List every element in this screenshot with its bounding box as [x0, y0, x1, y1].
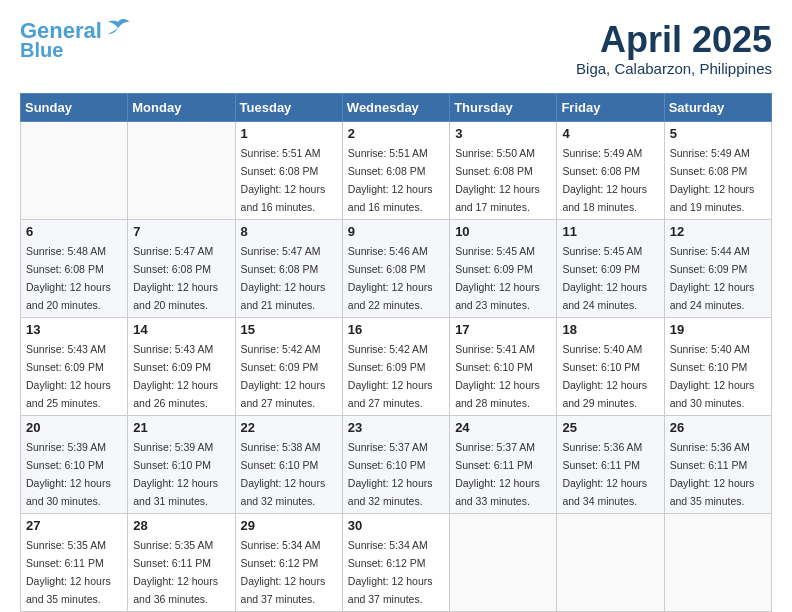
calendar-cell: 1 Sunrise: 5:51 AMSunset: 6:08 PMDayligh… — [235, 121, 342, 219]
calendar-week-row: 13 Sunrise: 5:43 AMSunset: 6:09 PMDaylig… — [21, 317, 772, 415]
calendar-cell — [450, 513, 557, 611]
logo: General Blue — [20, 20, 132, 60]
day-number: 12 — [670, 224, 766, 239]
day-number: 17 — [455, 322, 551, 337]
weekday-header-thursday: Thursday — [450, 93, 557, 121]
calendar-cell: 4 Sunrise: 5:49 AMSunset: 6:08 PMDayligh… — [557, 121, 664, 219]
day-number: 24 — [455, 420, 551, 435]
day-number: 23 — [348, 420, 444, 435]
calendar-cell — [664, 513, 771, 611]
day-detail: Sunrise: 5:49 AMSunset: 6:08 PMDaylight:… — [670, 147, 755, 213]
day-number: 15 — [241, 322, 337, 337]
day-number: 29 — [241, 518, 337, 533]
calendar-header-row: SundayMondayTuesdayWednesdayThursdayFrid… — [21, 93, 772, 121]
calendar-cell: 30 Sunrise: 5:34 AMSunset: 6:12 PMDaylig… — [342, 513, 449, 611]
calendar-cell: 16 Sunrise: 5:42 AMSunset: 6:09 PMDaylig… — [342, 317, 449, 415]
day-detail: Sunrise: 5:35 AMSunset: 6:11 PMDaylight:… — [26, 539, 111, 605]
day-number: 21 — [133, 420, 229, 435]
calendar-cell: 27 Sunrise: 5:35 AMSunset: 6:11 PMDaylig… — [21, 513, 128, 611]
day-number: 4 — [562, 126, 658, 141]
calendar-cell: 5 Sunrise: 5:49 AMSunset: 6:08 PMDayligh… — [664, 121, 771, 219]
day-detail: Sunrise: 5:39 AMSunset: 6:10 PMDaylight:… — [26, 441, 111, 507]
logo-bird-icon — [104, 18, 132, 40]
day-number: 30 — [348, 518, 444, 533]
weekday-header-tuesday: Tuesday — [235, 93, 342, 121]
day-number: 9 — [348, 224, 444, 239]
day-number: 7 — [133, 224, 229, 239]
calendar-cell: 22 Sunrise: 5:38 AMSunset: 6:10 PMDaylig… — [235, 415, 342, 513]
weekday-header-saturday: Saturday — [664, 93, 771, 121]
day-detail: Sunrise: 5:51 AMSunset: 6:08 PMDaylight:… — [241, 147, 326, 213]
calendar-cell — [21, 121, 128, 219]
weekday-header-monday: Monday — [128, 93, 235, 121]
logo-blue: Blue — [20, 40, 63, 60]
calendar-cell: 21 Sunrise: 5:39 AMSunset: 6:10 PMDaylig… — [128, 415, 235, 513]
calendar-cell: 8 Sunrise: 5:47 AMSunset: 6:08 PMDayligh… — [235, 219, 342, 317]
calendar-cell: 11 Sunrise: 5:45 AMSunset: 6:09 PMDaylig… — [557, 219, 664, 317]
calendar-cell: 15 Sunrise: 5:42 AMSunset: 6:09 PMDaylig… — [235, 317, 342, 415]
calendar-cell: 12 Sunrise: 5:44 AMSunset: 6:09 PMDaylig… — [664, 219, 771, 317]
calendar-week-row: 6 Sunrise: 5:48 AMSunset: 6:08 PMDayligh… — [21, 219, 772, 317]
day-number: 25 — [562, 420, 658, 435]
weekday-header-wednesday: Wednesday — [342, 93, 449, 121]
calendar-cell: 28 Sunrise: 5:35 AMSunset: 6:11 PMDaylig… — [128, 513, 235, 611]
day-number: 10 — [455, 224, 551, 239]
day-detail: Sunrise: 5:40 AMSunset: 6:10 PMDaylight:… — [670, 343, 755, 409]
day-number: 13 — [26, 322, 122, 337]
calendar-week-row: 27 Sunrise: 5:35 AMSunset: 6:11 PMDaylig… — [21, 513, 772, 611]
day-detail: Sunrise: 5:43 AMSunset: 6:09 PMDaylight:… — [26, 343, 111, 409]
calendar-cell: 10 Sunrise: 5:45 AMSunset: 6:09 PMDaylig… — [450, 219, 557, 317]
day-detail: Sunrise: 5:48 AMSunset: 6:08 PMDaylight:… — [26, 245, 111, 311]
day-number: 14 — [133, 322, 229, 337]
day-number: 11 — [562, 224, 658, 239]
day-number: 16 — [348, 322, 444, 337]
day-detail: Sunrise: 5:40 AMSunset: 6:10 PMDaylight:… — [562, 343, 647, 409]
calendar-cell: 17 Sunrise: 5:41 AMSunset: 6:10 PMDaylig… — [450, 317, 557, 415]
day-detail: Sunrise: 5:45 AMSunset: 6:09 PMDaylight:… — [562, 245, 647, 311]
calendar-cell: 23 Sunrise: 5:37 AMSunset: 6:10 PMDaylig… — [342, 415, 449, 513]
day-number: 27 — [26, 518, 122, 533]
page-header: General Blue April 2025 Biga, Calabarzon… — [20, 20, 772, 77]
day-detail: Sunrise: 5:46 AMSunset: 6:08 PMDaylight:… — [348, 245, 433, 311]
day-detail: Sunrise: 5:49 AMSunset: 6:08 PMDaylight:… — [562, 147, 647, 213]
day-number: 20 — [26, 420, 122, 435]
day-detail: Sunrise: 5:37 AMSunset: 6:11 PMDaylight:… — [455, 441, 540, 507]
calendar-cell: 25 Sunrise: 5:36 AMSunset: 6:11 PMDaylig… — [557, 415, 664, 513]
calendar-cell: 13 Sunrise: 5:43 AMSunset: 6:09 PMDaylig… — [21, 317, 128, 415]
day-number: 26 — [670, 420, 766, 435]
day-detail: Sunrise: 5:41 AMSunset: 6:10 PMDaylight:… — [455, 343, 540, 409]
calendar-cell: 14 Sunrise: 5:43 AMSunset: 6:09 PMDaylig… — [128, 317, 235, 415]
calendar-week-row: 20 Sunrise: 5:39 AMSunset: 6:10 PMDaylig… — [21, 415, 772, 513]
day-detail: Sunrise: 5:37 AMSunset: 6:10 PMDaylight:… — [348, 441, 433, 507]
day-detail: Sunrise: 5:47 AMSunset: 6:08 PMDaylight:… — [133, 245, 218, 311]
day-detail: Sunrise: 5:38 AMSunset: 6:10 PMDaylight:… — [241, 441, 326, 507]
day-number: 28 — [133, 518, 229, 533]
calendar-table: SundayMondayTuesdayWednesdayThursdayFrid… — [20, 93, 772, 612]
day-detail: Sunrise: 5:44 AMSunset: 6:09 PMDaylight:… — [670, 245, 755, 311]
day-number: 8 — [241, 224, 337, 239]
calendar-cell: 9 Sunrise: 5:46 AMSunset: 6:08 PMDayligh… — [342, 219, 449, 317]
calendar-cell: 19 Sunrise: 5:40 AMSunset: 6:10 PMDaylig… — [664, 317, 771, 415]
calendar-week-row: 1 Sunrise: 5:51 AMSunset: 6:08 PMDayligh… — [21, 121, 772, 219]
day-detail: Sunrise: 5:36 AMSunset: 6:11 PMDaylight:… — [562, 441, 647, 507]
calendar-cell: 6 Sunrise: 5:48 AMSunset: 6:08 PMDayligh… — [21, 219, 128, 317]
calendar-cell: 7 Sunrise: 5:47 AMSunset: 6:08 PMDayligh… — [128, 219, 235, 317]
day-detail: Sunrise: 5:36 AMSunset: 6:11 PMDaylight:… — [670, 441, 755, 507]
calendar-cell: 29 Sunrise: 5:34 AMSunset: 6:12 PMDaylig… — [235, 513, 342, 611]
weekday-header-sunday: Sunday — [21, 93, 128, 121]
day-detail: Sunrise: 5:50 AMSunset: 6:08 PMDaylight:… — [455, 147, 540, 213]
calendar-cell: 20 Sunrise: 5:39 AMSunset: 6:10 PMDaylig… — [21, 415, 128, 513]
calendar-cell: 26 Sunrise: 5:36 AMSunset: 6:11 PMDaylig… — [664, 415, 771, 513]
day-number: 19 — [670, 322, 766, 337]
day-detail: Sunrise: 5:39 AMSunset: 6:10 PMDaylight:… — [133, 441, 218, 507]
day-detail: Sunrise: 5:34 AMSunset: 6:12 PMDaylight:… — [348, 539, 433, 605]
day-number: 1 — [241, 126, 337, 141]
day-detail: Sunrise: 5:43 AMSunset: 6:09 PMDaylight:… — [133, 343, 218, 409]
day-detail: Sunrise: 5:42 AMSunset: 6:09 PMDaylight:… — [241, 343, 326, 409]
month-title: April 2025 — [576, 20, 772, 60]
day-number: 18 — [562, 322, 658, 337]
day-number: 3 — [455, 126, 551, 141]
calendar-cell: 24 Sunrise: 5:37 AMSunset: 6:11 PMDaylig… — [450, 415, 557, 513]
day-detail: Sunrise: 5:34 AMSunset: 6:12 PMDaylight:… — [241, 539, 326, 605]
calendar-cell: 2 Sunrise: 5:51 AMSunset: 6:08 PMDayligh… — [342, 121, 449, 219]
